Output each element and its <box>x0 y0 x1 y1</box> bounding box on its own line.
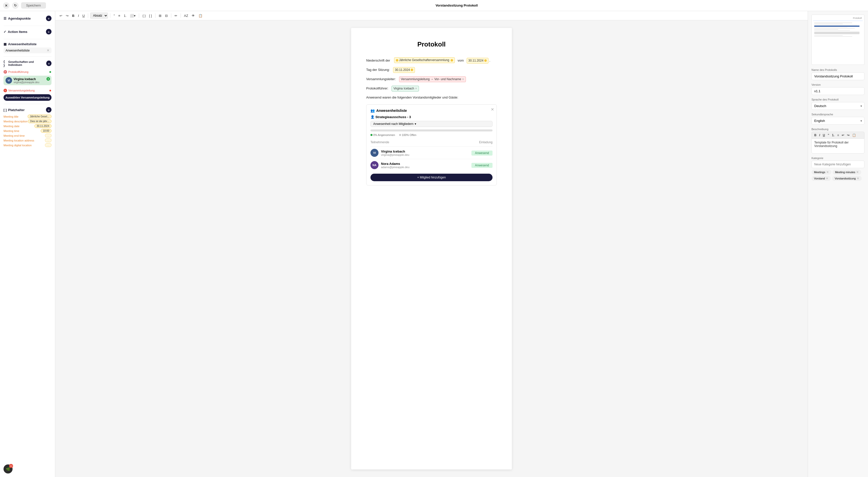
add-action-button[interactable]: + <box>46 29 52 34</box>
remove-tag-button[interactable]: ✕ <box>856 170 859 174</box>
doc-line-5: Anwesend waren die folgenden Vorstandsmi… <box>366 95 497 100</box>
desc-redo-button[interactable]: ↪ <box>846 133 850 138</box>
placeholder-section-header[interactable]: [ ] Platzhalter + <box>3 107 52 113</box>
desc-bold-button[interactable]: B <box>813 133 817 138</box>
desc-clipboard-button[interactable]: 📋 <box>851 133 857 138</box>
remove-tag-button[interactable]: ✕ <box>857 177 859 180</box>
language-select[interactable]: Deutsch English <box>811 102 865 110</box>
add-agenda-button[interactable]: + <box>46 16 52 21</box>
italic-button[interactable]: I <box>76 13 80 19</box>
quote-button[interactable]: " <box>112 13 116 19</box>
minimap-preview <box>813 22 863 38</box>
action-items-label: Action Items <box>8 30 27 34</box>
placeholder-row: Meeting digital location ... <box>3 143 52 148</box>
versammlungsleiter-tag[interactable]: Versammlungsleitung → Vor- und Nachname … <box>399 77 466 82</box>
attendance-table: Teilnehmende Einladung VI Virgina Icebac… <box>370 140 493 171</box>
placeholder-label: Meeting title <box>3 115 18 118</box>
placeholder-value[interactable]: Dies ist die jähr... <box>28 119 52 123</box>
desc-undo-button[interactable]: ↩ <box>841 133 845 138</box>
left-sidebar: ☰ Agendapunkte + ✓ Action Items + ▦ <box>0 11 55 477</box>
refresh-icon[interactable]: ↻ <box>12 2 19 9</box>
tag-remove[interactable]: ✕ <box>462 77 464 82</box>
placeholder-label: Meeting digital location <box>3 144 32 147</box>
add-attendee-button[interactable]: + Mitglied hinzufügen <box>370 174 493 181</box>
document-scroll[interactable]: Protokoll Niederschrift der Jährliche Ge… <box>55 20 808 477</box>
agenda-section-header[interactable]: ☰ Agendapunkte + <box>3 16 52 21</box>
highlight-button[interactable]: ✏ <box>173 13 179 19</box>
chevron-down-icon: ▾ <box>415 122 416 126</box>
notification-button[interactable]: 🌿 12 <box>3 465 12 474</box>
role-protokollfuhrung: P Protokollführung ● <box>3 69 52 74</box>
unordered-list-button[interactable]: ≡ <box>117 13 122 19</box>
save-button[interactable]: Speichern <box>21 2 46 8</box>
category-tag: Vorstandssitzung✕ <box>832 176 862 181</box>
placeholder-value[interactable]: Jährliche Gesel... <box>28 115 52 118</box>
editor-toolbar: ↩ ↪ B I U Absatz " ≡ 1. ⬜▾ { } [ ] ⊞ ⊟ ✏… <box>55 11 808 20</box>
attendance-member-row: VI Virgina Icebach virgina@pineapple.deu… <box>370 147 493 159</box>
attendance-tag-remove[interactable]: ✕ <box>47 49 50 52</box>
secondary-language-select-wrap: English Deutsch <box>811 117 865 125</box>
code-button[interactable]: { } <box>141 13 147 19</box>
bracket-button[interactable]: [ ] <box>148 13 153 19</box>
version-input[interactable] <box>811 87 865 95</box>
meeting-title-tag[interactable]: Jährliche Gesellschafterversammlung <box>394 57 455 63</box>
description-toolbar: B I U " 1. ≡ ↩ ↪ 📋 <box>811 132 865 139</box>
ordered-list-button[interactable]: 1. <box>123 13 128 19</box>
placeholder-row: Meeting date 30.11.2024 <box>3 124 52 128</box>
attendance-block-title: 👥 Anwesenheitsliste <box>370 109 493 113</box>
placeholder-value[interactable]: 30.11.2024 <box>34 124 52 128</box>
societies-section-header[interactable]: { } Gesellschaften und Individuen + <box>3 60 52 67</box>
notification-badge: 12 <box>9 464 13 468</box>
select-versammlungsleitung-button[interactable]: Auswählen Versammlungsleitung <box>3 94 52 101</box>
placeholder-value[interactable]: 10:00 <box>41 129 52 133</box>
clipboard-button[interactable]: 📋 <box>197 13 204 19</box>
attendance-dropdown[interactable]: Anwesenheit nach Mitgliedern ▾ <box>370 121 493 127</box>
placeholder-label: Meeting location address <box>3 139 34 142</box>
table-button[interactable]: ⊞ <box>157 13 163 19</box>
bold-button[interactable]: B <box>71 13 75 19</box>
desc-underline-button[interactable]: U <box>822 133 826 138</box>
secondary-language-select[interactable]: English Deutsch <box>811 117 865 125</box>
paragraph-select[interactable]: Absatz <box>90 12 108 19</box>
tag-remove2[interactable]: ✕ <box>415 86 417 91</box>
columns-button[interactable]: ⊟ <box>164 13 169 19</box>
attendance-member-row: NA Nora Adams adams@pineapple.deu Anwese… <box>370 159 493 171</box>
person-badge: ● <box>46 77 50 81</box>
att-table-header: Teilnehmende Einladung <box>370 140 493 145</box>
remove-tag-button[interactable]: ✕ <box>826 170 829 174</box>
desc-quote-button[interactable]: " <box>827 133 830 138</box>
name-input[interactable] <box>811 72 865 80</box>
desc-italic-button[interactable]: I <box>818 133 821 138</box>
protokollfuhrer-tag[interactable]: Virgina Icebach ✕ <box>392 86 419 91</box>
member-name: Nora Adams <box>381 162 409 166</box>
pip-icon <box>396 59 398 62</box>
close-button[interactable]: ✕ <box>3 2 9 9</box>
attendance-close-button[interactable]: ✕ <box>491 107 494 112</box>
underline-button[interactable]: U <box>81 13 86 19</box>
category-tag: Vorstand✕ <box>811 176 831 181</box>
attendance-section-header[interactable]: ▦ Anwesenheitsliste <box>3 42 52 46</box>
doc-line-3: Versammlungsleiter: Versammlungsleitung … <box>366 77 497 82</box>
placeholder-label: Meeting end time <box>3 134 25 137</box>
societies-icon: { } <box>3 60 7 67</box>
undo-button[interactable]: ↩ <box>58 13 64 19</box>
add-placeholder-button[interactable]: + <box>46 107 52 113</box>
align-button[interactable]: ⬜▾ <box>129 13 137 19</box>
add-society-button[interactable]: + <box>46 61 52 66</box>
role2-icon: V <box>3 89 7 92</box>
societies-label: Gesellschaften und Individuen <box>8 60 46 66</box>
translate-icon[interactable]: AZ <box>183 13 190 19</box>
redo-button[interactable]: ↪ <box>65 13 70 19</box>
desc-unordered-list-button[interactable]: ≡ <box>836 133 840 138</box>
meeting-date-tag[interactable]: 30.11.2024 <box>467 58 489 64</box>
desc-ordered-list-button[interactable]: 1. <box>831 133 835 138</box>
agenda-icon: ☰ <box>3 17 6 20</box>
description-body[interactable]: Template für Protokoll der Vorstandssitz… <box>811 139 865 154</box>
category-input[interactable] <box>811 160 865 168</box>
remove-tag-button[interactable]: ✕ <box>826 177 828 180</box>
pip4-icon <box>411 69 413 71</box>
preview-button[interactable]: 👁 <box>190 13 196 19</box>
group-name: 👤 Strategieausschuss - 3 <box>370 115 493 119</box>
action-items-section-header[interactable]: ✓ Action Items + <box>3 29 52 34</box>
meeting-date-tag2[interactable]: 30.11.2024 <box>393 67 415 73</box>
